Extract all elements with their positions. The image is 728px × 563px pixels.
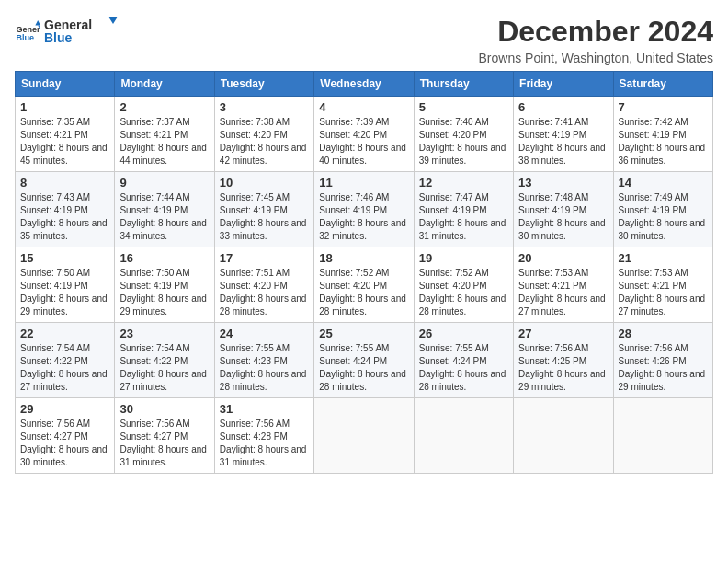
day-number: 23 [119, 327, 209, 340]
day-number: 13 [518, 176, 608, 190]
calendar-cell: 18 Sunrise: 7:52 AM Sunset: 4:20 PM Dayl… [314, 247, 414, 323]
calendar-title: December 2024 [479, 15, 714, 49]
day-info: Sunrise: 7:55 AM Sunset: 4:24 PM Dayligh… [419, 342, 508, 394]
day-info: Sunrise: 7:53 AM Sunset: 4:21 PM Dayligh… [518, 267, 608, 318]
calendar-cell: 25 Sunrise: 7:55 AM Sunset: 4:24 PM Dayl… [314, 323, 414, 398]
weekday-header-sunday: Sunday [16, 72, 115, 97]
day-info: Sunrise: 7:50 AM Sunset: 4:19 PM Dayligh… [20, 267, 109, 318]
calendar-cell: 20 Sunrise: 7:53 AM Sunset: 4:21 PM Dayl… [514, 247, 613, 323]
calendar-cell: 27 Sunrise: 7:56 AM Sunset: 4:25 PM Dayl… [514, 323, 613, 398]
day-number: 25 [319, 327, 408, 340]
day-number: 11 [319, 176, 408, 190]
day-info: Sunrise: 7:45 AM Sunset: 4:19 PM Dayligh… [220, 191, 309, 243]
day-info: Sunrise: 7:52 AM Sunset: 4:20 PM Dayligh… [319, 267, 408, 318]
calendar-cell: 6 Sunrise: 7:41 AM Sunset: 4:19 PM Dayli… [514, 97, 613, 172]
svg-text:Blue: Blue [16, 33, 34, 42]
calendar-cell: 12 Sunrise: 7:47 AM Sunset: 4:19 PM Dayl… [414, 172, 513, 247]
day-number: 5 [419, 100, 508, 114]
day-number: 10 [220, 176, 309, 190]
calendar-cell: 14 Sunrise: 7:49 AM Sunset: 4:19 PM Dayl… [613, 172, 712, 247]
day-number: 6 [518, 100, 608, 114]
svg-marker-2 [35, 20, 40, 26]
calendar-cell: 15 Sunrise: 7:50 AM Sunset: 4:19 PM Dayl… [16, 247, 115, 323]
weekday-header-monday: Monday [115, 72, 214, 97]
day-info: Sunrise: 7:39 AM Sunset: 4:20 PM Dayligh… [319, 116, 408, 167]
calendar-cell [414, 398, 513, 474]
calendar-cell: 7 Sunrise: 7:42 AM Sunset: 4:19 PM Dayli… [613, 97, 712, 172]
day-info: Sunrise: 7:38 AM Sunset: 4:20 PM Dayligh… [220, 116, 309, 167]
day-number: 12 [419, 176, 508, 190]
day-info: Sunrise: 7:55 AM Sunset: 4:23 PM Dayligh… [220, 342, 309, 394]
day-number: 3 [220, 100, 309, 114]
week-row-1: 1 Sunrise: 7:35 AM Sunset: 4:21 PM Dayli… [16, 97, 713, 172]
day-info: Sunrise: 7:40 AM Sunset: 4:20 PM Dayligh… [419, 116, 508, 167]
day-number: 26 [419, 327, 508, 340]
day-number: 28 [619, 327, 708, 340]
day-number: 31 [220, 402, 309, 416]
day-number: 17 [220, 251, 309, 265]
day-info: Sunrise: 7:56 AM Sunset: 4:28 PM Dayligh… [220, 418, 309, 469]
day-info: Sunrise: 7:42 AM Sunset: 4:19 PM Dayligh… [619, 116, 708, 167]
week-row-4: 22 Sunrise: 7:54 AM Sunset: 4:22 PM Dayl… [16, 323, 713, 398]
day-info: Sunrise: 7:50 AM Sunset: 4:19 PM Dayligh… [119, 267, 209, 318]
day-info: Sunrise: 7:41 AM Sunset: 4:19 PM Dayligh… [518, 116, 608, 167]
calendar-subtitle: Browns Point, Washington, United States [479, 51, 714, 65]
weekday-header-friday: Friday [514, 72, 613, 97]
day-info: Sunrise: 7:52 AM Sunset: 4:20 PM Dayligh… [419, 267, 508, 318]
week-row-3: 15 Sunrise: 7:50 AM Sunset: 4:19 PM Dayl… [16, 247, 713, 323]
week-row-2: 8 Sunrise: 7:43 AM Sunset: 4:19 PM Dayli… [16, 172, 713, 247]
day-number: 4 [319, 100, 408, 114]
calendar-cell: 29 Sunrise: 7:56 AM Sunset: 4:27 PM Dayl… [16, 398, 115, 474]
day-info: Sunrise: 7:46 AM Sunset: 4:19 PM Dayligh… [319, 191, 408, 243]
day-info: Sunrise: 7:53 AM Sunset: 4:21 PM Dayligh… [619, 267, 708, 318]
day-info: Sunrise: 7:56 AM Sunset: 4:27 PM Dayligh… [20, 418, 109, 469]
day-info: Sunrise: 7:35 AM Sunset: 4:21 PM Dayligh… [20, 116, 109, 167]
day-number: 7 [619, 100, 708, 114]
calendar-cell: 13 Sunrise: 7:48 AM Sunset: 4:19 PM Dayl… [514, 172, 613, 247]
calendar-cell: 31 Sunrise: 7:56 AM Sunset: 4:28 PM Dayl… [214, 398, 313, 474]
svg-text:General: General [16, 25, 40, 34]
day-info: Sunrise: 7:47 AM Sunset: 4:19 PM Dayligh… [419, 191, 508, 243]
day-info: Sunrise: 7:51 AM Sunset: 4:20 PM Dayligh… [220, 267, 309, 318]
calendar-cell: 17 Sunrise: 7:51 AM Sunset: 4:20 PM Dayl… [214, 247, 313, 323]
calendar-cell [314, 398, 414, 474]
weekday-header-wednesday: Wednesday [314, 72, 414, 97]
weekday-header-thursday: Thursday [414, 72, 513, 97]
svg-text:Blue: Blue [44, 30, 73, 45]
day-number: 29 [20, 402, 109, 416]
calendar-cell: 28 Sunrise: 7:56 AM Sunset: 4:26 PM Dayl… [613, 323, 712, 398]
calendar-cell: 1 Sunrise: 7:35 AM Sunset: 4:21 PM Dayli… [16, 97, 115, 172]
calendar-cell: 26 Sunrise: 7:55 AM Sunset: 4:24 PM Dayl… [414, 323, 513, 398]
weekday-header-tuesday: Tuesday [214, 72, 313, 97]
weekday-header-saturday: Saturday [613, 72, 712, 97]
day-info: Sunrise: 7:43 AM Sunset: 4:19 PM Dayligh… [20, 191, 109, 243]
day-number: 24 [220, 327, 309, 340]
logo-icon: General Blue [15, 20, 40, 46]
logo: General Blue General Blue [15, 15, 118, 52]
calendar-cell: 16 Sunrise: 7:50 AM Sunset: 4:19 PM Dayl… [115, 247, 214, 323]
day-info: Sunrise: 7:56 AM Sunset: 4:27 PM Dayligh… [119, 418, 209, 469]
day-number: 14 [619, 176, 708, 190]
calendar-cell: 22 Sunrise: 7:54 AM Sunset: 4:22 PM Dayl… [16, 323, 115, 398]
calendar-cell: 3 Sunrise: 7:38 AM Sunset: 4:20 PM Dayli… [214, 97, 313, 172]
day-number: 21 [619, 251, 708, 265]
day-number: 27 [518, 327, 608, 340]
day-number: 15 [20, 251, 109, 265]
calendar-cell: 10 Sunrise: 7:45 AM Sunset: 4:19 PM Dayl… [214, 172, 313, 247]
day-info: Sunrise: 7:54 AM Sunset: 4:22 PM Dayligh… [20, 342, 109, 394]
calendar-cell: 9 Sunrise: 7:44 AM Sunset: 4:19 PM Dayli… [115, 172, 214, 247]
calendar-cell [514, 398, 613, 474]
day-number: 2 [119, 100, 209, 114]
calendar-cell: 5 Sunrise: 7:40 AM Sunset: 4:20 PM Dayli… [414, 97, 513, 172]
day-number: 30 [119, 402, 209, 416]
calendar-cell: 24 Sunrise: 7:55 AM Sunset: 4:23 PM Dayl… [214, 323, 313, 398]
day-number: 8 [20, 176, 109, 190]
day-number: 1 [20, 100, 109, 114]
day-info: Sunrise: 7:56 AM Sunset: 4:26 PM Dayligh… [619, 342, 708, 394]
calendar-cell: 19 Sunrise: 7:52 AM Sunset: 4:20 PM Dayl… [414, 247, 513, 323]
day-number: 18 [319, 251, 408, 265]
day-info: Sunrise: 7:48 AM Sunset: 4:19 PM Dayligh… [518, 191, 608, 243]
calendar-table: SundayMondayTuesdayWednesdayThursdayFrid… [15, 71, 713, 474]
day-number: 19 [419, 251, 508, 265]
weekday-header-row: SundayMondayTuesdayWednesdayThursdayFrid… [16, 72, 713, 97]
